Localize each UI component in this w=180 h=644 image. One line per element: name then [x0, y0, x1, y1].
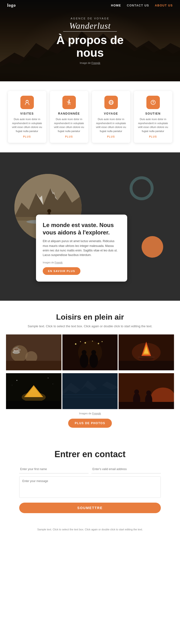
footer-text: Sample text. Click to select the text bo…: [5, 528, 175, 532]
contact-section: Entrer en contact SOUMETTRE: [0, 437, 180, 523]
contact-name-email-row: [19, 465, 161, 474]
orange-circle-decoration: [142, 236, 163, 258]
hero-credit: Image de Freepik: [56, 62, 124, 64]
en-savoir-plus-button[interactable]: EN SAVOIR PLUS: [43, 267, 80, 275]
contact-title: Entrer en contact: [19, 449, 161, 459]
svg-point-39: [81, 350, 86, 355]
teal-circle-decoration: [130, 176, 154, 200]
photo-grid-bottom: [6, 373, 174, 409]
svg-point-36: [98, 343, 99, 344]
cards-section: VISITES Duis aute irure dolor in reprehe…: [0, 81, 180, 152]
contact-email-input[interactable]: [92, 465, 161, 474]
svg-point-41: [91, 350, 96, 355]
card-randonnee: RANDONNÉE Duis aute irure dolor in repre…: [50, 91, 88, 143]
leisure-subtitle: Sample text. Click to select the text bo…: [6, 324, 174, 329]
navbar: logo HOME CONTACT US ABOUT US: [0, 0, 180, 11]
svg-point-40: [89, 354, 98, 368]
card-soutien: ? SOUTIEN Duis aute irure dolor in repre…: [134, 91, 172, 143]
photo-6: [119, 373, 174, 409]
logo: logo: [7, 3, 16, 8]
leisure-title: Loisirs en plein air: [6, 313, 174, 322]
card-randonnee-title: RANDONNÉE: [53, 112, 85, 115]
dark-text-box: Le monde est vaste. Nous vous aidons à l…: [36, 214, 127, 282]
svg-point-56: [48, 378, 48, 378]
card-soutien-title: SOUTIEN: [138, 112, 169, 115]
svg-point-57: [53, 384, 53, 384]
svg-text:☕: ☕: [12, 346, 21, 354]
contact-first-name-input[interactable]: [19, 465, 88, 474]
dark-text-title: Le monde est vaste. Nous vous aidons à l…: [43, 221, 121, 236]
hero-brand: Wanderlust: [56, 21, 124, 32]
nav-links: HOME CONTACT US ABOUT US: [111, 4, 173, 7]
plus-de-photos-button[interactable]: PLUS DE PHOTOS: [68, 419, 112, 428]
card-voyage-title: VOYAGE: [96, 112, 127, 115]
photo-1: ☕: [6, 334, 61, 370]
leisure-section: Loisirs en plein air Sample text. Click …: [0, 301, 180, 437]
card-visites-text: Duis aute irure dolor in reprehenderit i…: [12, 117, 43, 133]
soutien-icon: ?: [146, 96, 160, 109]
hero-agency-label: AGENCE DE VOYAGE: [56, 17, 124, 20]
svg-point-38: [80, 354, 88, 368]
dark-section-inner: Le monde est vaste. Nous vous aidons à l…: [7, 167, 173, 286]
nav-link-home[interactable]: HOME: [111, 4, 121, 7]
card-visites-title: VISITES: [12, 112, 43, 115]
visites-icon: [20, 96, 34, 109]
card-randonnee-text: Duis aute irure dolor in reprehenderit i…: [53, 117, 85, 133]
svg-point-37: [102, 341, 103, 342]
dark-text-body: Elit ut aliquam purus sit amet luctus ve…: [43, 239, 121, 258]
photo-4: [6, 373, 61, 409]
card-voyage-link[interactable]: PLUS: [96, 136, 127, 138]
svg-point-54: [22, 392, 46, 402]
hero-content: AGENCE DE VOYAGE Wanderlust À propos de …: [56, 17, 124, 64]
grid-credit: Images de Freepik: [6, 412, 174, 415]
hero-title: À propos de nous: [56, 34, 124, 59]
svg-point-33: [80, 341, 81, 342]
svg-point-35: [92, 341, 93, 342]
card-randonnee-link[interactable]: PLUS: [53, 136, 85, 138]
svg-point-47: [132, 343, 161, 362]
randonnee-icon: [62, 96, 76, 109]
svg-point-55: [16, 380, 17, 381]
card-soutien-link[interactable]: PLUS: [138, 136, 169, 138]
svg-rect-59: [6, 401, 61, 409]
svg-point-34: [84, 342, 86, 344]
svg-point-71: [146, 390, 151, 395]
svg-rect-28: [6, 361, 61, 370]
nav-link-contact[interactable]: CONTACT US: [127, 4, 149, 7]
svg-rect-48: [119, 361, 174, 370]
voyage-icon: [104, 96, 118, 109]
photo-5: [62, 373, 118, 409]
svg-point-32: [75, 343, 76, 345]
photo-grid-top: ☕: [6, 334, 174, 370]
svg-point-69: [134, 390, 139, 394]
photo-2: [62, 334, 118, 370]
svg-rect-72: [119, 402, 174, 409]
footer: Sample text. Click to select the text bo…: [0, 523, 180, 536]
card-voyage-text: Duis aute irure dolor in reprehenderit i…: [96, 117, 127, 133]
hero-section: AGENCE DE VOYAGE Wanderlust À propos de …: [0, 0, 180, 81]
dark-credit: Images de Freepik: [43, 261, 121, 264]
svg-point-3: [68, 100, 70, 101]
photo-3: [119, 334, 174, 370]
svg-text:?: ?: [152, 100, 154, 104]
contact-message-input[interactable]: [19, 476, 161, 498]
dark-section: Le monde est vaste. Nous vous aidons à l…: [0, 152, 180, 301]
nav-link-about[interactable]: ABOUT US: [155, 4, 173, 7]
card-visites: VISITES Duis aute irure dolor in reprehe…: [8, 91, 46, 143]
card-visites-link[interactable]: PLUS: [12, 136, 43, 138]
svg-point-18: [47, 209, 51, 213]
contact-submit-button[interactable]: SOUMETTRE: [19, 502, 161, 513]
card-voyage: VOYAGE Duis aute irure dolor in reprehen…: [92, 91, 130, 143]
svg-point-58: [12, 385, 12, 386]
card-soutien-text: Duis aute irure dolor in reprehenderit i…: [138, 117, 169, 133]
